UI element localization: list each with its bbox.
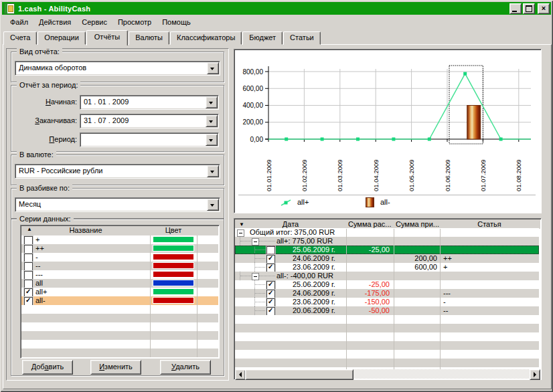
application-window: 1.cash - AbilityCash × ФайлДействияСерви… [0, 0, 553, 392]
series-row----[interactable]: --- [21, 270, 218, 279]
tab-strip: СчетаОперацииОтчётыВалютыКлассификаторыБ… [3, 31, 550, 45]
col-expense[interactable]: Сумма рас... [348, 219, 392, 229]
collapse-expander[interactable] [237, 229, 244, 237]
svg-text:0,00: 0,00 [250, 136, 264, 143]
scrollbar-thumb[interactable] [245, 369, 353, 380]
series-row-++[interactable]: ++ [21, 244, 218, 253]
results-table-header[interactable]: ▼ Дата Сумма рас... Сумма при... Статья [235, 219, 540, 229]
minimize-button[interactable] [509, 3, 522, 14]
close-button[interactable]: × [538, 3, 550, 14]
scroll-right-button[interactable] [530, 369, 540, 380]
dropdown-button[interactable] [206, 134, 218, 146]
col-date[interactable]: Дата [235, 219, 346, 229]
series-name: ++ [35, 244, 44, 253]
group-row[interactable]: all-: -400,00 RUR [235, 272, 539, 280]
col-article[interactable]: Статья [440, 219, 539, 229]
entry-date: 24.06.2009 г. [293, 289, 335, 298]
series-row-all[interactable]: all [21, 279, 218, 288]
chart-panel: 0,00200,00400,00600,00800,0001.01.200901… [234, 49, 542, 213]
tab-classifiers[interactable]: Классификаторы [170, 31, 242, 45]
entry-row[interactable]: ✓20.06.2009 г.-50,00-- [235, 306, 539, 315]
menu-item-help[interactable]: Помощь [157, 17, 196, 27]
entry-income [394, 289, 437, 298]
series-color-swatch [153, 297, 194, 304]
legend-label-all-minus: all- [380, 198, 390, 206]
title-bar[interactable]: 1.cash - AbilityCash × [2, 2, 551, 15]
series-row-+[interactable]: + [21, 235, 218, 244]
tab-currencies[interactable]: Валюты [129, 31, 169, 45]
entry-date: 23.06.2009 г. [293, 263, 335, 272]
currency-combo[interactable]: RUR - Российские рубли [15, 164, 220, 179]
dropdown-button[interactable] [207, 62, 219, 74]
entry-row[interactable]: ✓23.06.2009 г.-150,00- [235, 298, 539, 306]
entry-expense: -150,00 [347, 298, 390, 306]
breakdown-value: Месяц [19, 200, 206, 208]
group-row[interactable]: Общий итог: 375,00 RUR [235, 228, 539, 237]
menu-item-file[interactable]: Файл [5, 17, 33, 27]
group-row[interactable]: all+: 775,00 RUR [235, 237, 539, 246]
tab-reports[interactable]: Отчёты [86, 30, 128, 45]
series-table-header[interactable]: ▲ Название Цвет [21, 226, 218, 236]
menu-item-actions[interactable]: Действия [33, 17, 76, 27]
period-combo[interactable] [80, 132, 219, 147]
scroll-left-button[interactable] [235, 369, 246, 380]
entry-row[interactable]: ✓25.06.2009 г.-25,00 [235, 280, 539, 289]
collapse-expander[interactable] [252, 273, 259, 280]
collapse-expander[interactable] [252, 238, 259, 246]
series-color-swatch [153, 288, 194, 295]
column-divider[interactable] [346, 229, 347, 369]
entry-expense [347, 263, 390, 272]
entry-date: 25.06.2009 г. [293, 280, 335, 289]
dropdown-button[interactable] [207, 165, 219, 177]
entry-article: ++ [443, 254, 452, 263]
series-row-empty [21, 322, 218, 331]
column-divider[interactable] [440, 229, 441, 369]
entry-row[interactable]: ✓25.06.2009 г.-25,00 [235, 246, 539, 254]
edit-series-button[interactable]: Изменить [90, 360, 141, 375]
data-series-group: Серии данных: ▲ Название Цвет +++------a… [11, 219, 224, 376]
tab-articles[interactable]: Статьи [283, 31, 321, 45]
horizontal-scrollbar[interactable] [235, 369, 540, 379]
entry-row[interactable]: ✓24.06.2009 г.-175,00--- [235, 289, 539, 298]
report-type-combo[interactable]: Динамика оборотов [15, 61, 220, 76]
series-row-empty [21, 314, 218, 322]
data-series-label: Серии данных: [17, 215, 74, 223]
tab-operations[interactable]: Операции [37, 31, 85, 45]
maximize-button[interactable] [523, 3, 535, 14]
close-icon: × [538, 3, 549, 13]
entry-expense: -175,00 [347, 289, 390, 298]
delete-series-button[interactable]: Удалить [160, 360, 211, 375]
check-icon: ✓ [268, 246, 273, 254]
breakdown-combo[interactable]: Месяц [15, 197, 220, 212]
start-date-value: 01 . 01 . 2009 [84, 98, 205, 106]
series-name: -- [35, 262, 40, 270]
series-col-color[interactable]: Цвет [150, 226, 197, 234]
start-date-combo[interactable]: 01 . 01 . 2009 [80, 95, 219, 110]
svg-text:01.04.2009: 01.04.2009 [372, 159, 380, 191]
menu-bar: ФайлДействияСервисПросмотрПомощь [2, 15, 553, 29]
entry-row[interactable]: ✓23.06.2009 г.600,00+ [235, 263, 539, 272]
col-income[interactable]: Сумма при... [396, 219, 439, 229]
dropdown-button[interactable] [206, 115, 218, 127]
entry-row[interactable]: ✓24.06.2009 г.200,00++ [235, 254, 539, 263]
series-row-empty [21, 340, 218, 349]
end-date-combo[interactable]: 31 . 07 . 2009 [80, 114, 219, 128]
svg-text:01.08.2009: 01.08.2009 [515, 159, 522, 191]
tab-budget[interactable]: Бюджет [242, 31, 283, 45]
series-row-all+[interactable]: ✓all+ [21, 288, 218, 296]
add-series-button[interactable]: Добавить [22, 360, 73, 375]
series-row--[interactable]: - [21, 253, 218, 262]
menu-item-view[interactable]: Просмотр [112, 17, 157, 27]
column-divider[interactable] [394, 229, 394, 369]
series-table: ▲ Название Цвет +++------all✓all+✓all- [20, 225, 220, 359]
dropdown-button[interactable] [207, 199, 219, 211]
dropdown-button[interactable] [206, 96, 218, 108]
series-row-empty [21, 305, 218, 314]
series-row-all-[interactable]: ✓all- [21, 296, 218, 305]
menu-item-service[interactable]: Сервис [76, 17, 112, 27]
series-col-name[interactable]: Название [21, 226, 150, 234]
entry-income [394, 246, 437, 254]
empty-row [235, 359, 539, 367]
series-row---[interactable]: -- [21, 262, 218, 270]
tab-accounts[interactable]: Счета [3, 31, 37, 45]
